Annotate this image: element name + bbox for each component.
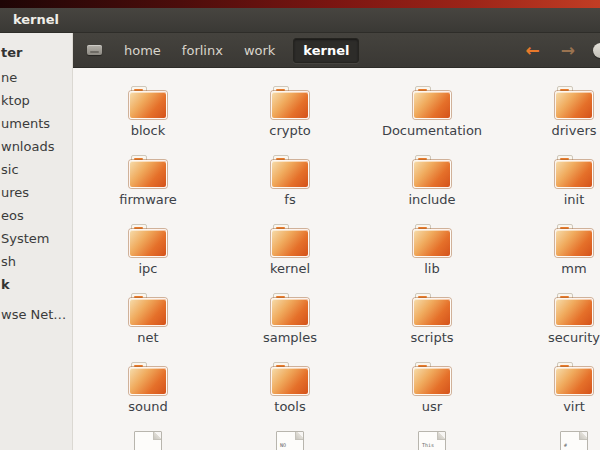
text-file-icon: # # Kbu [560, 431, 588, 450]
folder-icon [413, 86, 451, 119]
sidebar-item-label: sh [1, 254, 16, 269]
sidebar-heading-label: k [1, 277, 10, 292]
folder-label: include [408, 193, 455, 206]
sidebar-heading-computer: ter [0, 40, 72, 63]
folder-item-tools[interactable]: tools [219, 362, 361, 431]
sidebar-item-label: ures [1, 185, 29, 200]
folder-label: security [548, 331, 600, 344]
file-item-partial-3[interactable]: This cont [361, 431, 503, 450]
file-item-partial-1[interactable] [77, 431, 219, 450]
folder-item-drivers[interactable]: drivers [503, 86, 600, 155]
sidebar-item-label: wse Net… [1, 307, 66, 322]
breadcrumb-kernel-current[interactable]: kernel [293, 38, 359, 63]
folder-label: fs [284, 193, 295, 206]
sidebar-item-label: ne [1, 70, 17, 85]
folder-item-crypto[interactable]: crypto [219, 86, 361, 155]
sidebar-item-file-system[interactable]: System [0, 226, 72, 249]
text-file-icon: NO [276, 431, 304, 450]
folder-label: lib [424, 262, 439, 275]
file-item-partial-4[interactable]: # # Kbu [503, 431, 600, 450]
search-button-partial[interactable] [593, 43, 600, 58]
folder-item-documentation[interactable]: Documentation [361, 86, 503, 155]
places-sidebar: ter ne ktop uments wnloads sic ures eos … [0, 33, 73, 450]
sidebar-item-trash[interactable]: sh [0, 249, 72, 272]
folder-icon [413, 155, 451, 188]
folder-icon [129, 293, 167, 326]
sidebar-heading-network: k [0, 272, 72, 295]
dogear-corner [437, 431, 446, 440]
window-title: kernel [13, 12, 59, 27]
file-preview-text: NO [277, 438, 288, 448]
folder-item-fs[interactable]: fs [219, 155, 361, 224]
folder-icon [271, 155, 309, 188]
folder-label: Documentation [382, 124, 482, 137]
folder-item-block[interactable]: block [77, 86, 219, 155]
text-file-icon: This cont [418, 431, 446, 450]
folder-item-samples[interactable]: samples [219, 293, 361, 362]
folder-label: mm [561, 262, 586, 275]
folder-item-security[interactable]: security [503, 293, 600, 362]
forward-arrow-button-disabled: → [558, 40, 578, 61]
dogear-corner [153, 431, 162, 440]
folder-item-mm[interactable]: mm [503, 224, 600, 293]
file-preview-text: This cont [419, 438, 434, 450]
folder-item-net[interactable]: net [77, 293, 219, 362]
folder-icon [555, 155, 593, 188]
window-titlebar: kernel [0, 8, 600, 33]
folder-item-ipc[interactable]: ipc [77, 224, 219, 293]
back-arrow-button[interactable]: ← [523, 40, 543, 61]
breadcrumb-toolbar: home forlinx work kernel ← → [73, 33, 600, 68]
folder-item-firmware[interactable]: firmware [77, 155, 219, 224]
folder-item-kernel[interactable]: kernel [219, 224, 361, 293]
folder-item-sound[interactable]: sound [77, 362, 219, 431]
sidebar-item-label: eos [1, 208, 24, 223]
folder-item-scripts[interactable]: scripts [361, 293, 503, 362]
folder-label: block [131, 124, 166, 137]
sidebar-item-pictures[interactable]: ures [0, 180, 72, 203]
folder-item-include[interactable]: include [361, 155, 503, 224]
folder-label: tools [274, 400, 305, 413]
folder-item-lib[interactable]: lib [361, 224, 503, 293]
sidebar-item-label: System [1, 231, 49, 246]
folder-label: init [564, 193, 585, 206]
folder-label: firmware [119, 193, 177, 206]
folder-icon [129, 224, 167, 257]
folder-label: virt [563, 400, 585, 413]
folder-item-init[interactable]: init [503, 155, 600, 224]
folder-icon [413, 224, 451, 257]
file-preview-text: # # Kbu [561, 438, 578, 450]
folder-label: scripts [411, 331, 454, 344]
folder-label: crypto [269, 124, 311, 137]
breadcrumb-home[interactable]: home [121, 38, 164, 63]
main-pane: home forlinx work kernel ← → block crypt… [73, 33, 600, 450]
sidebar-item-home[interactable]: ne [0, 65, 72, 88]
folder-icon [129, 86, 167, 119]
sidebar-item-videos[interactable]: eos [0, 203, 72, 226]
folder-label: drivers [551, 124, 596, 137]
sidebar-item-desktop[interactable]: ktop [0, 88, 72, 111]
folder-label: usr [422, 400, 442, 413]
folder-icon [271, 86, 309, 119]
sidebar-item-documents[interactable]: uments [0, 111, 72, 134]
folder-icon [413, 293, 451, 326]
folder-label: net [137, 331, 158, 344]
folder-icon [129, 362, 167, 395]
sidebar-item-music[interactable]: sic [0, 157, 72, 180]
sidebar-item-downloads[interactable]: wnloads [0, 134, 72, 157]
folder-icon [555, 224, 593, 257]
folder-icon [413, 362, 451, 395]
sidebar-item-label: uments [1, 116, 50, 131]
breadcrumb-forlinx[interactable]: forlinx [179, 38, 226, 63]
breadcrumb-computer-button[interactable] [83, 40, 106, 60]
sidebar-item-label: sic [1, 162, 19, 177]
breadcrumb-work[interactable]: work [241, 38, 278, 63]
folder-item-virt[interactable]: virt [503, 362, 600, 431]
folder-icon [555, 293, 593, 326]
folder-icon [271, 224, 309, 257]
file-icon-grid: block crypto Documentation drivers firmw… [73, 68, 600, 450]
sidebar-item-browse-network[interactable]: wse Net… [0, 302, 72, 325]
file-item-partial-2[interactable]: NO [219, 431, 361, 450]
drive-icon [87, 45, 102, 55]
folder-item-usr[interactable]: usr [361, 362, 503, 431]
sidebar-item-label: wnloads [1, 139, 54, 154]
